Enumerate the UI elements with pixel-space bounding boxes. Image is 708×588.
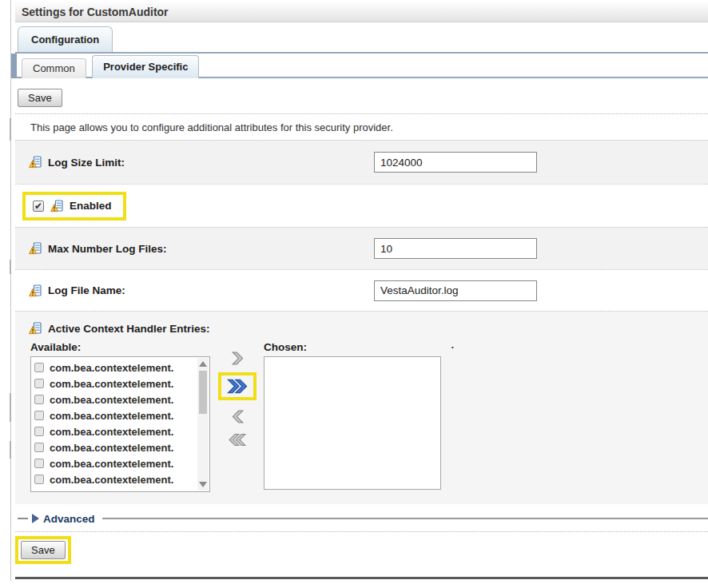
- chevron-right-icon: [232, 352, 244, 365]
- item-checkbox[interactable]: [34, 395, 44, 404]
- available-item[interactable]: com.bea.contextelement.: [34, 391, 197, 407]
- move-right-button[interactable]: [232, 352, 244, 365]
- tab-common[interactable]: Common: [22, 58, 86, 78]
- console-bottom-border: [15, 577, 708, 579]
- section-title: Active Context Handler Entries:: [15, 312, 708, 339]
- move-button-column: [211, 339, 264, 492]
- subtab-left-rail: [11, 54, 17, 78]
- item-checkbox[interactable]: [34, 475, 44, 484]
- expand-arrow-icon[interactable]: [32, 514, 39, 523]
- double-chevron-right-icon: [227, 379, 248, 394]
- sidebar-edge-mark: [10, 260, 11, 274]
- advanced-rule: [102, 518, 708, 519]
- item-checkbox[interactable]: [34, 443, 44, 452]
- available-item[interactable]: com.bea.contextelement.: [34, 375, 197, 391]
- chosen-label: Chosen:: [264, 341, 307, 353]
- item-checkbox[interactable]: [34, 379, 44, 388]
- secondary-tab-bar: Common Provider Specific: [15, 54, 708, 78]
- sidebar-edge-mark: [10, 441, 11, 459]
- move-left-button[interactable]: [232, 410, 244, 423]
- log-file-name-input[interactable]: [374, 280, 537, 301]
- log-size-limit-label: Log Size Limit:: [48, 157, 125, 169]
- tab-provider-specific[interactable]: Provider Specific: [92, 55, 199, 78]
- save-button-top[interactable]: Save: [18, 89, 62, 107]
- log-file-name-label: Log File Name:: [48, 284, 125, 296]
- move-all-left-button[interactable]: [229, 433, 246, 447]
- attribute-icon: [29, 322, 42, 335]
- move-all-right-highlight-box: [218, 372, 257, 400]
- item-checkbox[interactable]: [34, 411, 44, 420]
- log-size-limit-input[interactable]: [374, 152, 537, 173]
- item-checkbox[interactable]: [34, 427, 44, 436]
- sidebar-edge-mark: [10, 393, 11, 422]
- max-number-log-files-input[interactable]: [374, 238, 537, 259]
- item-checkbox[interactable]: [34, 363, 44, 372]
- save-button-bottom[interactable]: Save: [21, 541, 66, 559]
- save-highlight-box: Save: [15, 536, 71, 564]
- chosen-column: Chosen: .: [264, 339, 455, 492]
- available-item[interactable]: com.bea.contextelement.: [34, 455, 197, 471]
- settings-panel: Settings for CustomAuditor Configuration…: [15, 0, 708, 564]
- scroll-down-icon[interactable]: [199, 482, 207, 487]
- available-label: Available:: [30, 341, 211, 353]
- row-max-number-log-files: Max Number Log Files:: [15, 227, 708, 269]
- enabled-label: Enabled: [70, 200, 112, 212]
- double-chevron-left-icon: [229, 433, 246, 447]
- primary-tab-bar: Configuration: [15, 26, 708, 54]
- attribute-icon: [29, 156, 42, 169]
- attribute-icon: [29, 242, 42, 255]
- console-left-border: [10, 0, 11, 581]
- enabled-checkbox[interactable]: ✔: [33, 201, 44, 212]
- move-all-right-button[interactable]: [227, 379, 248, 394]
- chevron-left-icon: [232, 410, 244, 423]
- chooser: Available: com.bea.contextelement. com.b…: [15, 339, 708, 492]
- available-item[interactable]: com.bea.contextelement.: [34, 407, 197, 423]
- field-label: Max Number Log Files:: [15, 242, 374, 255]
- advanced-left-dash: [18, 518, 28, 519]
- available-item[interactable]: com.bea.contextelement.: [34, 360, 197, 375]
- separator: [15, 531, 708, 532]
- available-item[interactable]: com.bea.contextelement.: [34, 423, 197, 439]
- item-checkbox[interactable]: [34, 459, 44, 468]
- attribute-icon: [50, 200, 63, 213]
- scroll-up-icon[interactable]: [199, 361, 207, 367]
- tab-configuration[interactable]: Configuration: [18, 26, 113, 52]
- page-description: This page allows you to configure additi…: [30, 121, 708, 133]
- attribute-icon: [29, 284, 42, 297]
- scrollbar-thumb[interactable]: [199, 371, 207, 414]
- available-scrollbar[interactable]: [197, 358, 209, 491]
- field-label: Log Size Limit:: [15, 156, 374, 169]
- available-item[interactable]: com.bea.contextelement.: [34, 439, 197, 455]
- field-label: Log File Name:: [15, 284, 374, 297]
- advanced-section: Advanced: [18, 512, 708, 525]
- sidebar-edge-mark: [10, 118, 11, 141]
- max-number-log-files-label: Max Number Log Files:: [48, 243, 167, 255]
- available-column: Available: com.bea.contextelement. com.b…: [30, 339, 211, 492]
- row-enabled: ✔ Enabled: [15, 184, 708, 227]
- chosen-listbox[interactable]: [264, 356, 441, 490]
- separator: [15, 113, 708, 114]
- available-item[interactable]: com.bea.contextelement.: [34, 471, 197, 487]
- stray-dot: .: [451, 339, 455, 351]
- row-log-file-name: Log File Name:: [15, 269, 708, 311]
- tab-content: Save This page allows you to configure a…: [15, 78, 708, 564]
- active-context-handler-entries-label: Active Context Handler Entries:: [48, 323, 210, 335]
- advanced-toggle[interactable]: Advanced: [43, 513, 95, 525]
- available-listbox[interactable]: com.bea.contextelement. com.bea.contexte…: [30, 356, 210, 492]
- page-title: Settings for CustomAuditor: [15, 2, 708, 22]
- row-active-context-handler-entries: Active Context Handler Entries: Availabl…: [15, 311, 708, 504]
- row-log-size-limit: Log Size Limit:: [15, 140, 708, 184]
- enabled-highlight-box: ✔ Enabled: [22, 192, 126, 220]
